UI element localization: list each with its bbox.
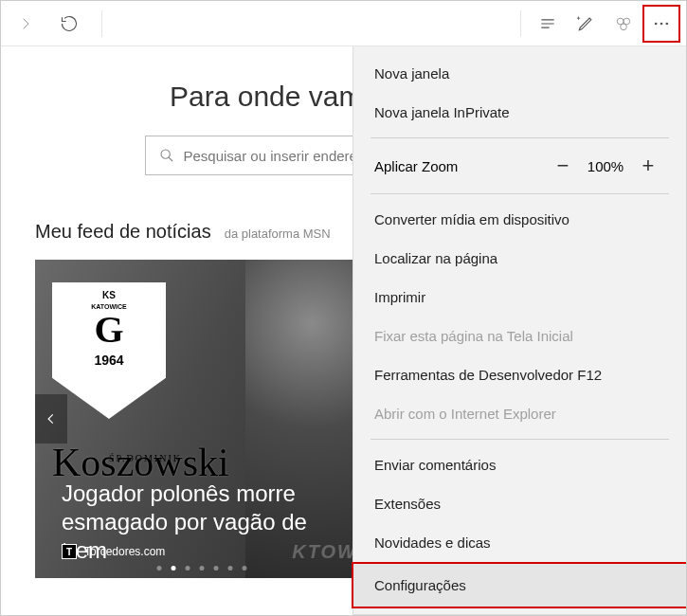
menu-separator — [371, 193, 669, 194]
feed-subtitle: da plataforma MSN — [225, 226, 331, 241]
menu-devtools[interactable]: Ferramentas de Desenvolvedor F12 — [353, 355, 686, 394]
menu-cast[interactable]: Converter mídia em dispositivo — [353, 200, 686, 239]
svg-point-4 — [660, 22, 663, 25]
menu-open-ie: Abrir com o Internet Explorer — [353, 394, 686, 433]
toolbar-divider — [101, 10, 102, 37]
menu-new-inprivate[interactable]: Nova janela InPrivate — [353, 93, 686, 132]
reading-view-button[interactable] — [529, 5, 567, 43]
share-button[interactable] — [605, 5, 642, 43]
more-menu: Nova janela Nova janela InPrivate Aplica… — [353, 46, 686, 615]
menu-whats-new[interactable]: Novidades e dicas — [353, 523, 686, 562]
menu-extensions[interactable]: Extensões — [353, 484, 686, 523]
carousel-prev-button[interactable] — [35, 394, 67, 444]
notes-button[interactable] — [567, 5, 605, 43]
news-card-source: T Torcedores.com — [62, 544, 165, 559]
svg-point-2 — [621, 24, 627, 30]
menu-settings[interactable]: Configurações — [352, 562, 687, 608]
browser-toolbar — [1, 1, 686, 46]
card-watermark: KTOW — [292, 541, 357, 563]
forward-button[interactable] — [7, 5, 45, 43]
toolbar-divider — [520, 10, 521, 37]
zoom-label: Aplicar Zoom — [374, 158, 546, 174]
menu-feedback[interactable]: Enviar comentários — [353, 445, 686, 484]
zoom-in-button[interactable]: + — [631, 154, 665, 178]
feed-title: Meu feed de notícias — [35, 221, 211, 243]
svg-point-5 — [666, 22, 669, 25]
source-icon: T — [62, 544, 77, 559]
menu-zoom: Aplicar Zoom − 100% + — [353, 144, 686, 188]
carousel-dots[interactable] — [157, 566, 247, 571]
menu-separator — [371, 137, 669, 138]
menu-new-window[interactable]: Nova janela — [353, 54, 686, 93]
news-card[interactable]: KSKATOWICE G 1964 ŚP.DOMINIK Koszowski J… — [35, 260, 369, 578]
card-script: Koszowski — [52, 440, 229, 485]
menu-print[interactable]: Imprimir — [353, 278, 686, 317]
zoom-value: 100% — [580, 158, 631, 174]
refresh-button[interactable] — [50, 5, 88, 43]
svg-point-3 — [655, 22, 658, 25]
zoom-out-button[interactable]: − — [546, 154, 580, 178]
search-icon — [159, 148, 174, 163]
svg-point-6 — [161, 150, 170, 158]
menu-separator — [371, 439, 669, 440]
more-button[interactable] — [642, 5, 680, 43]
menu-find[interactable]: Localizar na página — [353, 239, 686, 278]
menu-pin-start: Fixar esta página na Tela Inicial — [353, 317, 686, 355]
